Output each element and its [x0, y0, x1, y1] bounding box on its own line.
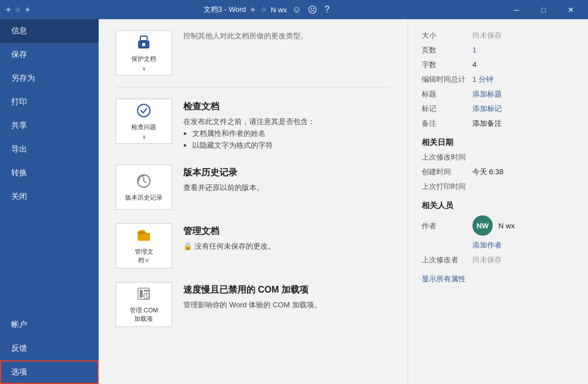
title-bar-left: ✦ ✧ ✦ [5, 5, 31, 15]
protect-section: 保护文档 ∨ 控制其他人对此文档所做的更改类型。 [116, 30, 391, 87]
prop-notes-row: 备注 添加备注 [422, 118, 574, 129]
prop-words-label: 字数 [422, 60, 472, 70]
prop-tags-row: 标记 添加标记 [422, 104, 574, 114]
lock-icon: 🔒 [183, 241, 192, 253]
star-icon-4: ✦ [249, 5, 257, 15]
prop-modified-row: 上次修改时间 [422, 152, 574, 162]
star-icon-1: ✦ [5, 5, 12, 15]
check-doc-label: 检查问题 [131, 123, 156, 131]
sidebar-item-convert[interactable]: 转换 [0, 161, 99, 185]
check-item-2: 以隐藏文字为格式的字符 [192, 140, 391, 152]
protect-icon-box[interactable]: 保护文档 ∨ [116, 30, 172, 76]
sidebar-item-feedback[interactable]: 反馈 [0, 337, 99, 360]
prop-modified-label: 上次修改时间 [422, 152, 472, 162]
version-history-label: 版本历史记录 [125, 193, 162, 202]
manage-doc-section: 管理文档∨ 管理文档 🔒 没有任何未保存的更改。 [116, 223, 391, 268]
title-bar-center: 文档3 - Word ✦ ✧ N wx ☺ ☹ ? [204, 5, 331, 15]
prop-author-row: 作者 NW N wx 添加作者 [422, 215, 574, 250]
close-button[interactable]: ✕ [558, 0, 583, 19]
protect-chevron: ∨ [142, 65, 146, 72]
sidebar-item-print[interactable]: 打印 [0, 90, 99, 114]
help-icon[interactable]: ? [324, 5, 329, 15]
svg-point-3 [138, 104, 150, 117]
lock-inline: 🔒 没有任何未保存的更改。 [183, 241, 275, 253]
svg-rect-0 [140, 36, 147, 41]
prop-last-modifier-label: 上次修改者 [422, 255, 472, 265]
main-panel: 保护文档 ∨ 控制其他人对此文档所做的更改类型。 检查问题 ∨ 检查文档 [99, 19, 408, 384]
minimize-button[interactable]: ─ [503, 0, 529, 19]
prop-notes-label: 备注 [422, 118, 472, 129]
prop-size-label: 大小 [422, 30, 472, 41]
prop-pages-label: 页数 [422, 45, 472, 55]
dates-heading: 相关日期 [422, 138, 574, 148]
sidebar-item-options[interactable]: 选项 [0, 360, 99, 384]
check-doc-desc: 在发布此文件之前，请注意其是否包含： 文档属性和作者的姓名 以隐藏文字为格式的字… [183, 116, 391, 151]
manage-doc-desc: 🔒 没有任何未保存的更改。 [183, 241, 391, 253]
prop-edittime-value[interactable]: 1 分钟 [472, 74, 493, 85]
check-item-1: 文档属性和作者的姓名 [192, 128, 391, 140]
title-bar: ✦ ✧ ✦ 文档3 - Word ✦ ✧ N wx ☺ ☹ ? ─ □ ✕ [0, 0, 588, 19]
prop-author-label: 作者 [422, 221, 472, 231]
tab-label-nwx: N wx [271, 6, 287, 14]
prop-words-value: 4 [472, 60, 476, 69]
com-addins-body: 速度慢且已禁用的 COM 加载项 管理影响你的 Word 体验的 COM 加载项… [183, 282, 391, 311]
svg-rect-8 [140, 290, 143, 298]
svg-rect-5 [138, 233, 150, 241]
manage-doc-body: 管理文档 🔒 没有任何未保存的更改。 [183, 223, 391, 253]
com-addins-icon-box[interactable]: 管理 COM加载项 [116, 282, 172, 327]
people-heading: 相关人员 [422, 201, 574, 211]
prop-last-modifier-row: 上次修改者 尚未保存 [422, 255, 574, 265]
restore-button[interactable]: □ [530, 0, 556, 19]
check-doc-chevron: ∨ [142, 134, 146, 140]
prop-created-label: 创建时间 [422, 167, 472, 177]
sidebar-item-saveas[interactable]: 另存为 [0, 67, 99, 90]
prop-size-row: 大小 尚未保存 [422, 30, 574, 41]
prop-size-value: 尚未保存 [472, 30, 502, 41]
manage-doc-icon-box[interactable]: 管理文档∨ [116, 223, 172, 268]
protect-label: 保护文档 [131, 55, 156, 63]
doc-title: 文档3 - Word [204, 5, 246, 15]
add-author-link[interactable]: 添加作者 [472, 240, 515, 250]
com-addins-section: 管理 COM加载项 速度慢且已禁用的 COM 加载项 管理影响你的 Word 体… [116, 282, 391, 327]
version-history-title: 版本历史记录 [183, 167, 391, 179]
star-icon-2: ✧ [14, 5, 21, 15]
prop-edittime-row: 编辑时间总计 1 分钟 [422, 74, 574, 85]
smiley-sad[interactable]: ☹ [308, 5, 317, 15]
prop-pages-value[interactable]: 1 [472, 46, 476, 54]
version-history-section: 版本历史记录 版本历史记录 查看并还原以前的版本。 [116, 165, 391, 210]
show-all-properties-link[interactable]: 显示所有属性 [422, 274, 466, 284]
prop-printed-row: 上次打印时间 [422, 182, 574, 192]
sidebar-item-share[interactable]: 共享 [0, 114, 99, 138]
smiley-happy[interactable]: ☺ [292, 5, 301, 15]
author-row: NW N wx [472, 215, 515, 236]
main-layout: 信息 保存 另存为 打印 共享 导出 转换 关闭 帐户 反馈 选项 [0, 19, 588, 384]
sidebar-item-export[interactable]: 导出 [0, 138, 99, 161]
prop-title-value[interactable]: 添加标题 [472, 89, 502, 99]
version-history-icon-box[interactable]: 版本历史记录 [116, 165, 172, 210]
right-panel: 大小 尚未保存 页数 1 字数 4 编辑时间总计 1 分钟 标题 添加标题 标记… [408, 19, 588, 384]
sidebar-item-close[interactable]: 关闭 [0, 185, 99, 209]
sidebar: 信息 保存 另存为 打印 共享 导出 转换 关闭 帐户 反馈 选项 [0, 19, 99, 384]
check-doc-body: 检查文档 在发布此文件之前，请注意其是否包含： 文档属性和作者的姓名 以隐藏文字… [183, 99, 391, 151]
manage-doc-title: 管理文档 [183, 226, 391, 237]
prop-title-row: 标题 添加标题 [422, 89, 574, 99]
star-icon-3: ✦ [24, 5, 31, 15]
prop-tags-value[interactable]: 添加标记 [472, 104, 502, 114]
manage-doc-label: 管理文档∨ [135, 248, 153, 264]
prop-pages-row: 页数 1 [422, 45, 574, 55]
prop-tags-label: 标记 [422, 104, 472, 114]
version-history-desc: 查看并还原以前的版本。 [183, 182, 391, 194]
window-controls: ─ □ ✕ [503, 0, 583, 19]
prop-edittime-label: 编辑时间总计 [422, 74, 472, 85]
prop-created-value: 今天 6:38 [472, 167, 503, 177]
sidebar-item-account[interactable]: 帐户 [0, 313, 99, 337]
content-area: 保护文档 ∨ 控制其他人对此文档所做的更改类型。 检查问题 ∨ 检查文档 [99, 19, 588, 384]
sidebar-item-save[interactable]: 保存 [0, 43, 99, 67]
check-doc-icon-box[interactable]: 检查问题 ∨ [116, 99, 172, 144]
svg-point-2 [142, 43, 145, 46]
svg-rect-9 [144, 290, 149, 292]
prop-printed-label: 上次打印时间 [422, 182, 472, 192]
sidebar-item-info[interactable]: 信息 [0, 19, 99, 43]
svg-rect-6 [138, 232, 145, 234]
author-info: NW N wx 添加作者 [472, 215, 515, 250]
